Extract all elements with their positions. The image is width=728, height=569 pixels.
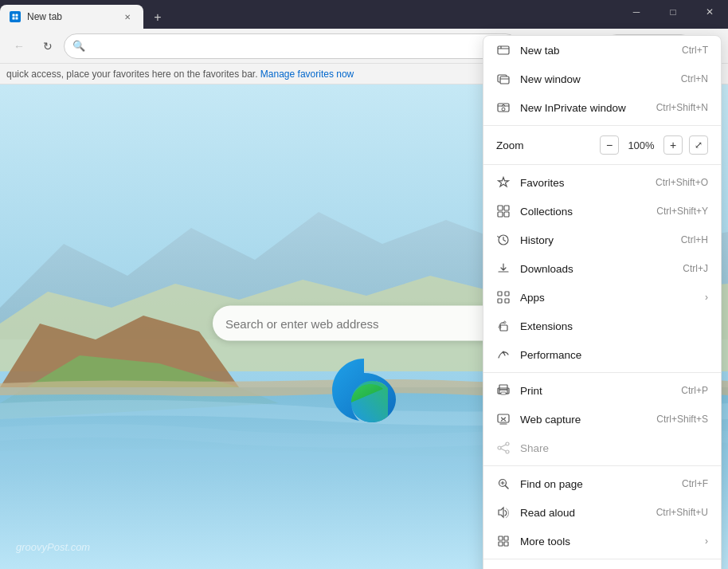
back-button[interactable]: ← (6, 33, 32, 59)
address-bar[interactable]: 🔍 (64, 33, 519, 59)
menu-item-find-on-page[interactable]: Find on page Ctrl+F (483, 469, 721, 498)
menu-item-collections[interactable]: Collections Ctrl+Shift+Y (483, 197, 721, 226)
svg-point-27 (506, 442, 509, 445)
new-tab-label: New tab (520, 45, 672, 57)
menu-divider-2 (483, 164, 721, 165)
svg-rect-23 (499, 385, 507, 390)
history-label: History (520, 234, 671, 246)
menu-divider-4 (483, 465, 721, 466)
manage-favorites-link[interactable]: Manage favorites now (260, 69, 354, 80)
new-window-shortcut: Ctrl+N (681, 73, 708, 84)
menu-item-inprivate[interactable]: New InPrivate window Ctrl+Shift+N (483, 93, 721, 122)
favorites-icon (496, 175, 511, 190)
tab-area: New tab ✕ + (0, 0, 169, 29)
svg-point-28 (506, 450, 509, 453)
print-icon (496, 383, 511, 398)
search-input[interactable] (225, 316, 503, 330)
watermark: groovyPost.com (16, 541, 90, 553)
tab-favicon (10, 11, 21, 22)
svg-rect-33 (499, 542, 503, 546)
read-aloud-shortcut: Ctrl+Shift+U (656, 507, 708, 518)
read-aloud-label: Read aloud (520, 507, 647, 519)
svg-point-29 (498, 446, 501, 449)
search-box-container (213, 306, 515, 341)
svg-rect-14 (498, 212, 503, 217)
extensions-label: Extensions (520, 320, 708, 332)
downloads-label: Downloads (520, 263, 673, 275)
address-search-icon: 🔍 (72, 40, 85, 52)
svg-rect-2 (16, 14, 18, 17)
collections-icon (496, 204, 511, 218)
apps-arrow: › (705, 292, 708, 303)
svg-rect-32 (504, 536, 508, 540)
zoom-control: Zoom − 100% + ⤢ (483, 129, 721, 161)
new-tab-button[interactable]: + (147, 6, 169, 29)
close-button[interactable]: ✕ (691, 0, 728, 24)
menu-item-print[interactable]: Print Ctrl+P (483, 376, 721, 405)
more-tools-icon (496, 534, 511, 548)
menu-item-more-tools[interactable]: More tools › (483, 527, 721, 555)
back-icon: ← (14, 40, 25, 53)
apps-icon (496, 290, 511, 304)
collections-shortcut: Ctrl+Shift+Y (656, 206, 708, 217)
svg-rect-31 (499, 536, 503, 540)
zoom-value: 100% (625, 139, 657, 151)
print-label: Print (520, 385, 671, 397)
menu-item-read-aloud[interactable]: Read aloud Ctrl+Shift+U (483, 498, 721, 527)
svg-rect-12 (498, 206, 503, 210)
dropdown-menu: New tab Ctrl+T New window Ctrl+N New InP… (483, 35, 722, 569)
zoom-in-button[interactable]: + (663, 135, 683, 155)
zoom-out-button[interactable]: − (600, 135, 619, 155)
history-icon (496, 233, 511, 247)
menu-divider-5 (483, 559, 721, 559)
tab-close-btn[interactable]: ✕ (121, 10, 134, 23)
minimize-button[interactable]: ─ (618, 0, 655, 24)
share-label: Share (520, 442, 708, 454)
inprivate-shortcut: Ctrl+Shift+N (656, 102, 708, 113)
menu-item-downloads[interactable]: Downloads Ctrl+J (483, 254, 721, 283)
svg-rect-19 (498, 299, 502, 303)
svg-rect-17 (498, 292, 502, 296)
new-window-label: New window (520, 73, 671, 85)
svg-rect-20 (505, 299, 509, 303)
menu-item-favorites[interactable]: Favorites Ctrl+Shift+O (483, 168, 721, 197)
menu-item-web-capture[interactable]: Web capture Ctrl+Shift+S (483, 405, 721, 434)
search-box[interactable] (213, 306, 515, 341)
svg-rect-13 (504, 206, 509, 210)
menu-divider-1 (483, 125, 721, 126)
more-tools-arrow: › (705, 536, 708, 547)
svg-rect-4 (16, 18, 18, 20)
menu-item-extensions[interactable]: Extensions (483, 312, 721, 340)
web-capture-label: Web capture (520, 414, 647, 426)
refresh-button[interactable]: ↻ (35, 33, 61, 59)
find-on-page-icon (496, 477, 511, 491)
apps-label: Apps (520, 292, 695, 304)
web-capture-icon (496, 412, 511, 426)
extensions-icon (496, 319, 511, 333)
find-on-page-label: Find on page (520, 478, 672, 490)
menu-item-new-window[interactable]: New window Ctrl+N (483, 65, 721, 93)
zoom-label: Zoom (496, 139, 593, 151)
address-input[interactable] (90, 40, 510, 52)
menu-item-history[interactable]: History Ctrl+H (483, 226, 721, 254)
new-window-icon (496, 72, 511, 86)
print-shortcut: Ctrl+P (681, 385, 708, 396)
svg-point-11 (502, 108, 505, 111)
window-controls: ─ □ ✕ (618, 0, 728, 24)
menu-item-apps[interactable]: Apps › (483, 283, 721, 312)
zoom-expand-button[interactable]: ⤢ (689, 135, 708, 155)
menu-item-new-tab[interactable]: New tab Ctrl+T (483, 36, 721, 65)
maximize-button[interactable]: □ (655, 0, 691, 24)
svg-rect-26 (498, 414, 509, 422)
svg-rect-15 (504, 212, 509, 217)
svg-rect-34 (504, 542, 508, 546)
svg-rect-3 (13, 18, 15, 20)
favorites-shortcut: Ctrl+Shift+O (656, 177, 708, 188)
menu-item-settings[interactable]: Settings (483, 563, 721, 569)
find-on-page-shortcut: Ctrl+F (682, 478, 708, 489)
menu-item-performance[interactable]: Performance (483, 340, 721, 369)
inprivate-label: New InPrivate window (520, 102, 647, 114)
history-shortcut: Ctrl+H (681, 234, 708, 245)
svg-rect-18 (505, 292, 509, 296)
active-tab[interactable]: New tab ✕ (0, 5, 143, 29)
